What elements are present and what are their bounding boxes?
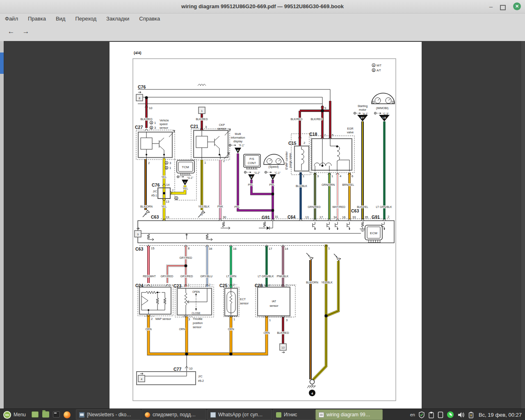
arrow-7: 7 xyxy=(146,212,147,216)
speed-label: (Speed) xyxy=(269,165,279,169)
battery-icon[interactable] xyxy=(468,411,474,418)
wiring-diagram: (4/4) A M/T B A/T xyxy=(110,42,422,409)
taskbar-window-wiring-diagram[interactable]: wiring diagram 99… xyxy=(315,409,383,420)
marker-10: 10 xyxy=(281,346,285,349)
label-blkred: BLK/RED xyxy=(310,118,322,121)
iat-sensor-label: IAT xyxy=(272,300,276,303)
label-gryred: GRY/RED xyxy=(180,256,192,259)
ref-c1: "C-1" xyxy=(274,171,281,174)
legend-a: A xyxy=(373,64,375,67)
connector-c63b: C63 xyxy=(351,208,359,213)
pin-1: 1 xyxy=(331,174,333,178)
document-icon xyxy=(319,412,324,418)
files-icon[interactable] xyxy=(42,411,49,418)
pin-1: 1 xyxy=(233,317,235,321)
taskbar-window-whatsapp[interactable]: WhatsApp (от суп… xyxy=(207,409,272,420)
label-orn: ORN xyxy=(145,328,151,331)
label-brnyel: BRN/YEL xyxy=(342,183,354,186)
menu-bookmarks[interactable]: Закладки xyxy=(101,14,134,23)
pin-10: 10 xyxy=(149,106,152,110)
throttle-label: sensor xyxy=(193,326,202,329)
window-button-label: спидометр, подд… xyxy=(153,412,196,418)
terminal-icon[interactable] xyxy=(53,411,60,418)
throttle-label: position xyxy=(193,322,203,325)
whatsapp-icon[interactable] xyxy=(447,411,454,418)
pin-1: 1 xyxy=(188,283,189,287)
pin-17: 17 xyxy=(269,247,272,251)
triangle-y: Y xyxy=(184,181,186,184)
vehicle-speed-sensor-label: speed xyxy=(160,123,167,126)
restore-button[interactable] xyxy=(500,5,506,10)
pin-13: 13 xyxy=(305,215,308,219)
toolbar: ← → из 168 − + 1 xyxy=(0,24,525,41)
pin-10: 10 xyxy=(189,367,192,370)
triangle-p: P xyxy=(251,176,252,178)
clock[interactable]: Вс, 19 фев, 00:27 xyxy=(479,412,522,418)
component-outlines xyxy=(136,129,354,317)
pin-2: 2 xyxy=(233,283,235,287)
firefox-icon[interactable] xyxy=(64,411,71,418)
menu-file[interactable]: Файл xyxy=(0,14,23,23)
connector-c27: C27 xyxy=(135,125,143,130)
menu-button[interactable]: lm Menu xyxy=(0,409,29,420)
diagram-frame: (4/4) A M/T B A/T xyxy=(133,51,396,401)
label-pnk: PNK xyxy=(217,205,223,208)
back-button[interactable]: ← xyxy=(5,27,17,37)
device-icon[interactable] xyxy=(438,411,443,418)
side-pane-strip[interactable] xyxy=(0,41,4,409)
pin-1: 1 xyxy=(154,121,156,125)
menu-view[interactable]: Вид xyxy=(51,14,71,23)
pin-2: 2 xyxy=(148,161,150,165)
keyboard-layout-indicator[interactable]: en xyxy=(410,412,415,417)
menu-go[interactable]: Переход xyxy=(70,14,101,23)
pin-1: 1 xyxy=(269,318,271,322)
shield-triangles xyxy=(182,115,390,185)
ckp-sensor-label: sensor xyxy=(217,127,226,130)
pin-30: 30 xyxy=(223,215,226,219)
starting-motor-label: motor xyxy=(359,108,367,111)
pin-6: 6 xyxy=(352,174,353,178)
mail-icon xyxy=(79,412,84,418)
connector-c63: C63 xyxy=(151,215,159,219)
label-grnorn: GRN/ORN xyxy=(322,183,335,186)
speaker-icon[interactable] xyxy=(457,411,465,418)
minimize-button[interactable]: – xyxy=(489,3,493,10)
page-part-label: (4/4) xyxy=(134,51,142,55)
ect-sensor-label: sensor xyxy=(240,302,249,305)
label-blkorn: BLK/ORN xyxy=(140,205,153,208)
triangle-p: P xyxy=(237,149,239,152)
pin-1: 1 xyxy=(151,283,152,287)
vertical-scrollbar[interactable] xyxy=(521,41,525,409)
pin-2: 2 xyxy=(388,215,389,219)
label-yel: YEL xyxy=(183,187,188,190)
connector-c23: C23 xyxy=(173,283,181,288)
pin-1: 1 xyxy=(169,166,171,170)
pin-4: 4 xyxy=(268,283,270,287)
shield-icon[interactable] xyxy=(418,411,425,418)
close-button[interactable]: ✕ xyxy=(513,2,521,10)
pin-31: 31 xyxy=(275,215,278,219)
taskbar-window-speedometer[interactable]: спидометр, подд… xyxy=(142,409,206,420)
clipboard-icon[interactable] xyxy=(428,411,434,418)
ckp-sensor-label: CKP xyxy=(219,123,225,126)
forward-button[interactable]: → xyxy=(20,27,32,37)
connector-c77: C77 xyxy=(173,367,181,372)
ref-c3: "C-3" xyxy=(383,112,389,115)
connector-c76: C76 xyxy=(138,84,146,89)
label-ppl: PPL xyxy=(248,183,253,186)
label-whtred: WHT/RED xyxy=(332,205,345,208)
pin-1: 1 xyxy=(204,161,206,164)
menu-help[interactable]: Справка xyxy=(134,14,165,23)
menu-edit[interactable]: Правка xyxy=(23,14,51,23)
pin-2: 2 xyxy=(304,141,305,145)
taskbar-window-newsletters[interactable]: [Newsletters - dko… xyxy=(76,409,141,420)
show-desktop-icon[interactable] xyxy=(32,411,39,418)
taskbar-window-ignis[interactable]: Игнис xyxy=(273,409,315,420)
jc52-label: #5-2 xyxy=(198,379,204,382)
connector-c18: C18 xyxy=(309,132,317,137)
pin-7: 7 xyxy=(172,189,173,192)
triangle-by: BY xyxy=(361,116,364,119)
label-yelblk: YEL/BLK xyxy=(321,281,333,284)
pin-14: 14 xyxy=(166,183,169,187)
firefox-icon xyxy=(145,412,150,418)
